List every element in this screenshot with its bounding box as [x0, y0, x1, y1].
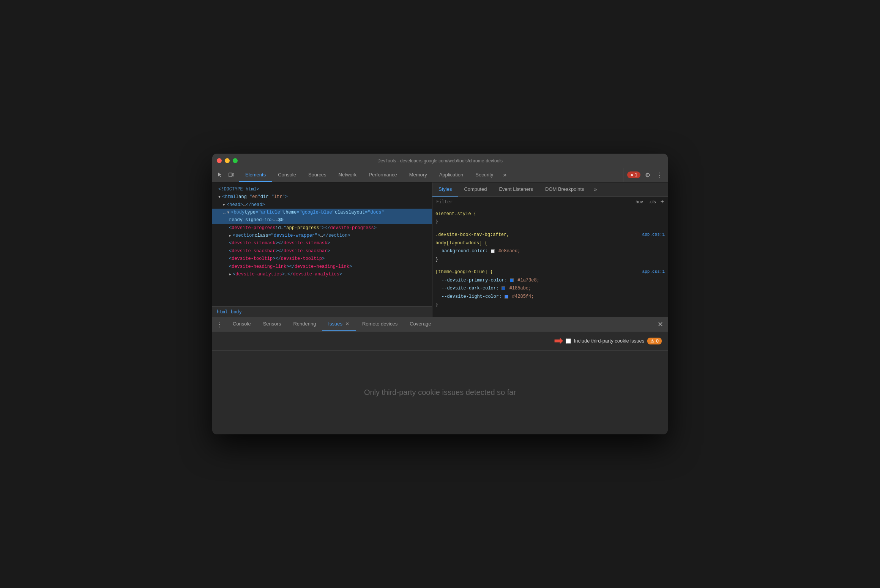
tab-dom-breakpoints[interactable]: DOM Breakpoints — [539, 182, 590, 197]
drawer-tabs: ⋮ Console Sensors Rendering Issues ✕ Rem… — [212, 317, 668, 332]
expand-body-triangle[interactable]: ▼ — [227, 209, 229, 216]
devtools-main-content: <!DOCTYPE html> ▼ <html lang =" en " dir… — [212, 182, 668, 317]
titlebar: DevTools - developers.google.com/web/too… — [212, 154, 668, 168]
more-options-icon[interactable]: ⋮ — [655, 170, 664, 180]
drawer-close-button[interactable]: ✕ — [653, 317, 668, 331]
tab-styles[interactable]: Styles — [432, 182, 458, 197]
css-rule-theme: app.css:1 [theme=google-blue] { --devsit… — [435, 268, 665, 309]
tab-sources[interactable]: Sources — [302, 168, 333, 182]
dom-line-heading-link[interactable]: < devsite-heading-link ></ devsite-headi… — [212, 263, 432, 270]
dom-tree[interactable]: <!DOCTYPE html> ▼ <html lang =" en " dir… — [212, 182, 432, 307]
drawer-tab-issues[interactable]: Issues ✕ — [322, 317, 356, 331]
device-toggle-icon[interactable] — [227, 170, 236, 179]
styles-tabs: Styles Computed Event Listeners DOM Brea… — [432, 182, 668, 197]
body-dots: … — [223, 209, 226, 216]
elements-panel: <!DOCTYPE html> ▼ <html lang =" en " dir… — [212, 182, 432, 317]
drawer-tab-console[interactable]: Console — [227, 317, 257, 331]
css-rule-book-nav: app.css:1 .devsite-book-nav-bg:after, bo… — [435, 231, 665, 264]
issues-content: ➡ Include third-party cookie issues ⚠ 0 … — [212, 332, 668, 434]
dom-line-snackbar[interactable]: < devsite-snackbar ></ devsite-snackbar … — [212, 247, 432, 255]
expand-triangle[interactable]: ▼ — [218, 194, 221, 200]
drawer-menu-icon[interactable]: ⋮ — [212, 317, 227, 331]
css-selector-4: [theme=google-blue] { — [435, 269, 493, 275]
styles-tabs-more[interactable]: » — [590, 182, 601, 197]
arrow-indicator: ➡ — [554, 335, 563, 347]
css-prop-bg: background-color: — [442, 248, 488, 254]
css-value-3: #185abc; — [509, 286, 531, 291]
devtools-window: DevTools - developers.google.com/web/too… — [212, 154, 668, 435]
tab-application[interactable]: Application — [433, 168, 470, 182]
color-swatch-4[interactable] — [505, 295, 508, 299]
issues-toolbar: ➡ Include third-party cookie issues ⚠ 0 — [212, 332, 668, 351]
tab-computed[interactable]: Computed — [458, 182, 493, 197]
error-x-icon: ✕ — [630, 173, 633, 177]
error-badge[interactable]: ✕ 1 — [627, 171, 640, 178]
issues-warning-icon: ⚠ — [650, 338, 654, 344]
svg-rect-0 — [229, 173, 232, 177]
css-selector: element.style { — [435, 211, 476, 217]
dom-line-sitemask[interactable]: < devsite-sitemask ></ devsite-sitemask … — [212, 239, 432, 247]
tabs-more-button[interactable]: » — [499, 168, 510, 182]
drawer-tab-coverage[interactable]: Coverage — [404, 317, 437, 331]
window-title: DevTools - developers.google.com/web/too… — [377, 158, 503, 164]
drawer-tab-rendering[interactable]: Rendering — [287, 317, 322, 331]
color-swatch-1[interactable] — [491, 249, 495, 253]
css-source-1[interactable]: app.css:1 — [642, 231, 665, 239]
css-rule-element-style: element.style { } — [435, 210, 665, 226]
css-prop-primary: --devsite-primary-color: — [442, 278, 507, 283]
expand-section-triangle[interactable]: ▶ — [229, 233, 231, 239]
dom-line-head[interactable]: ▶ <head> … </head> — [212, 201, 432, 209]
drawer-tab-remote-devices[interactable]: Remote devices — [356, 317, 404, 331]
breadcrumb-body[interactable]: body — [231, 309, 242, 314]
color-swatch-2[interactable] — [510, 278, 514, 282]
tab-security[interactable]: Security — [469, 168, 499, 182]
color-swatch-3[interactable] — [502, 286, 505, 290]
styles-filter-input[interactable] — [436, 199, 630, 204]
filter-hov-button[interactable]: :hov — [633, 198, 645, 205]
cursor-icon[interactable] — [215, 170, 224, 179]
tab-network[interactable]: Network — [333, 168, 363, 182]
dom-line-tooltip[interactable]: < devsite-tooltip ></ devsite-tooltip > — [212, 255, 432, 263]
dom-line-section[interactable]: ▶ <section class =" devsite-wrapper "> …… — [212, 232, 432, 239]
tab-console[interactable]: Console — [272, 168, 302, 182]
css-value-4: #4285f4; — [512, 294, 534, 299]
dom-line-html[interactable]: ▼ <html lang =" en " dir =" ltr "> — [212, 193, 432, 201]
filter-cls-button[interactable]: .cls — [648, 198, 658, 205]
filter-add-button[interactable]: + — [661, 198, 664, 205]
css-prop-light: --devsite-light-color: — [442, 294, 502, 299]
maximize-button[interactable] — [233, 158, 238, 163]
tab-elements[interactable]: Elements — [239, 168, 272, 182]
tab-performance[interactable]: Performance — [363, 168, 403, 182]
css-value-1: #e8eaed; — [498, 248, 520, 254]
dom-line-body-cont[interactable]: ready signed-in > == $0 — [212, 216, 432, 224]
devtools-toolbar: Elements Console Sources Network Perform… — [212, 168, 668, 182]
issues-tab-close[interactable]: ✕ — [345, 321, 350, 327]
third-party-label[interactable]: Include third-party cookie issues — [574, 338, 645, 344]
dom-line-body[interactable]: … ▼ <body type =" article " theme =" goo… — [212, 209, 432, 216]
expand-head-triangle[interactable]: ▶ — [223, 201, 225, 208]
styles-content: element.style { } app.css:1 .devsite-boo… — [432, 207, 668, 317]
css-selector-2: .devsite-book-nav-bg:after, — [435, 232, 509, 237]
breadcrumb-html[interactable]: html — [217, 309, 228, 314]
devtools-main-tabs: Elements Console Sources Network Perform… — [239, 168, 623, 182]
minimize-button[interactable] — [225, 158, 230, 163]
tab-event-listeners[interactable]: Event Listeners — [493, 182, 539, 197]
dom-line-doctype[interactable]: <!DOCTYPE html> — [212, 186, 432, 193]
close-button[interactable] — [217, 158, 222, 163]
css-source-2[interactable]: app.css:1 — [642, 268, 665, 276]
dom-line-analytics[interactable]: ▶ < devsite-analytics > … </ devsite-ana… — [212, 270, 432, 278]
css-prop-dark: --devsite-dark-color: — [442, 286, 499, 291]
third-party-checkbox[interactable] — [566, 338, 571, 344]
issues-count-badge: ⚠ 0 — [647, 338, 662, 344]
css-selector-3: body[layout=docs] { — [435, 241, 487, 246]
css-close-brace-2: } — [435, 257, 438, 262]
dom-line-progress[interactable]: < devsite-progress id =" app-progress ">… — [212, 224, 432, 232]
expand-analytics-triangle[interactable]: ▶ — [229, 271, 231, 278]
drawer-tab-sensors[interactable]: Sensors — [257, 317, 287, 331]
toolbar-icon-group — [212, 168, 239, 182]
css-close-brace: } — [435, 219, 438, 225]
breadcrumb-bar: html body — [212, 306, 432, 317]
css-value-2: #1a73e8; — [517, 278, 539, 283]
tab-memory[interactable]: Memory — [403, 168, 433, 182]
settings-icon[interactable]: ⚙ — [643, 170, 652, 180]
